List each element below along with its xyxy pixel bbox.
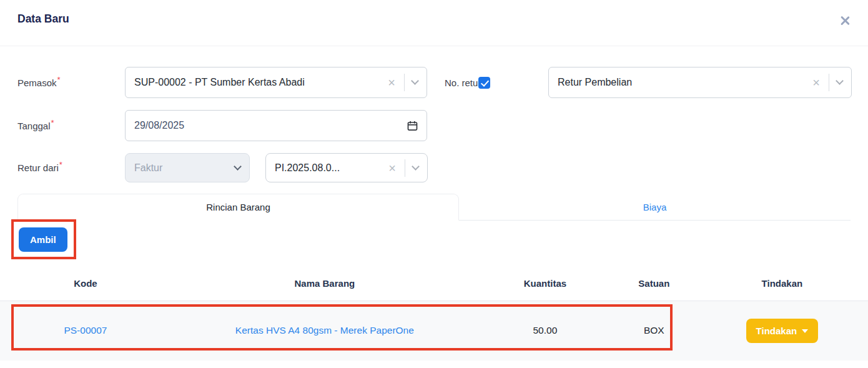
row-tindakan-button[interactable]: Tindakan — [746, 319, 819, 343]
retur-type-select-value: Retur Pembelian — [558, 77, 811, 88]
page-title: Data Baru — [17, 12, 69, 26]
column-header-nama-barang: Nama Barang — [171, 267, 478, 301]
required-marker: * — [57, 75, 61, 84]
item-code-link[interactable]: PS-00007 — [64, 325, 107, 336]
tanggal-label: Tanggal* — [17, 110, 54, 141]
ambil-button[interactable]: Ambil — [19, 227, 67, 252]
tanggal-value: 29/08/2025 — [134, 120, 407, 131]
column-header-kode: Kode — [0, 267, 171, 301]
tab-rincian-barang[interactable]: Rincian Barang — [17, 194, 459, 221]
tab-biaya[interactable]: Biaya — [459, 194, 851, 220]
column-header-kuantitas: Kuantitas — [478, 267, 612, 301]
retur-dari-label: Retur dari* — [17, 153, 62, 182]
chevron-down-icon[interactable] — [411, 77, 419, 85]
retur-dari-document-select[interactable]: PI.2025.08.0... × — [265, 153, 428, 182]
header-divider — [0, 46, 868, 46]
pemasok-label: Pemasok* — [17, 67, 61, 98]
required-marker: * — [59, 160, 62, 169]
items-table: Kode Nama Barang Kuantitas Satuan Tindak… — [0, 267, 868, 361]
detail-tabs: Rincian Barang Biaya — [17, 194, 851, 221]
row-tindakan-label: Tindakan — [756, 326, 797, 336]
table-row: PS-00007 Kertas HVS A4 80gsm - Merek Pap… — [0, 301, 868, 361]
table-header-row: Kode Nama Barang Kuantitas Satuan Tindak… — [0, 267, 868, 301]
tab-label: Rincian Barang — [206, 202, 270, 212]
retur-type-select[interactable]: Retur Pembelian × — [548, 67, 852, 98]
clear-icon[interactable]: × — [387, 76, 397, 89]
retur-dari-type-value: Faktur — [134, 162, 235, 174]
required-marker: * — [51, 118, 54, 127]
select-divider — [829, 74, 829, 91]
column-header-tindakan: Tindakan — [696, 267, 868, 301]
retur-dari-document-value: PI.2025.08.0... — [275, 162, 387, 174]
cell-satuan: BOX — [612, 301, 696, 361]
chevron-down-icon[interactable] — [412, 162, 420, 171]
clear-icon[interactable]: × — [811, 76, 821, 89]
chevron-down-icon — [234, 162, 242, 171]
item-name-link[interactable]: Kertas HVS A4 80gsm - Merek PaperOne — [235, 325, 414, 336]
cell-kuantitas: 50.00 — [478, 301, 612, 361]
caret-down-icon — [802, 329, 808, 333]
chevron-down-icon[interactable] — [836, 77, 844, 85]
pemasok-select-value: SUP-00002 - PT Sumber Kertas Abadi — [134, 77, 387, 88]
cell-tindakan: Tindakan — [696, 301, 868, 361]
retur-dari-type-select[interactable]: Faktur — [125, 153, 250, 182]
cell-kode: PS-00007 — [0, 301, 171, 361]
column-header-satuan: Satuan — [612, 267, 696, 301]
pemasok-select[interactable]: SUP-00002 - PT Sumber Kertas Abadi × — [125, 67, 427, 98]
select-divider — [404, 74, 405, 91]
no-retur-checkbox[interactable] — [478, 77, 490, 89]
tab-label: Biaya — [643, 202, 667, 212]
close-icon[interactable] — [838, 14, 852, 27]
select-divider — [405, 159, 405, 177]
data-baru-modal: Data Baru Pemasok* SUP-00002 - PT Sumber… — [0, 0, 868, 368]
cell-nama-barang: Kertas HVS A4 80gsm - Merek PaperOne — [171, 301, 478, 361]
clear-icon[interactable]: × — [387, 162, 397, 174]
calendar-icon[interactable] — [407, 121, 418, 131]
tanggal-input[interactable]: 29/08/2025 — [125, 110, 427, 141]
